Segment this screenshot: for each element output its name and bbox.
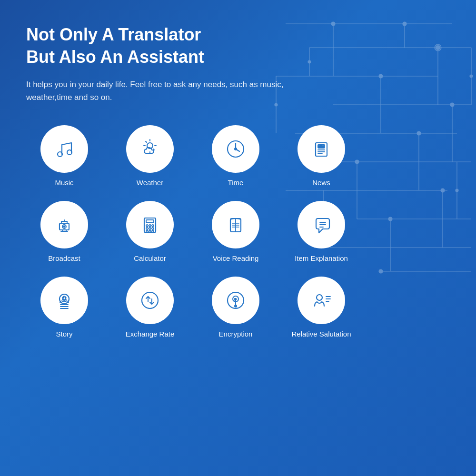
svg-line-48 xyxy=(146,141,147,142)
main-content: Not Only A Translator But Also An Assist… xyxy=(0,0,476,352)
encryption-label: Encryption xyxy=(219,330,253,338)
exchange-rate-icon xyxy=(138,288,162,312)
svg-point-62 xyxy=(64,226,65,227)
item-explanation-icon xyxy=(309,213,333,237)
svg-text:NEW: NEW xyxy=(318,145,324,148)
svg-point-106 xyxy=(235,305,237,307)
exchange-rate-icon-circle[interactable] xyxy=(126,277,174,324)
relative-salutation-icon-circle[interactable] xyxy=(298,277,345,324)
music-icon xyxy=(52,137,76,161)
weather-icon xyxy=(138,137,162,161)
story-icon xyxy=(52,288,76,312)
svg-point-107 xyxy=(317,295,322,300)
music-label: Music xyxy=(55,178,73,187)
svg-point-92 xyxy=(60,294,69,304)
weather-icon-circle[interactable] xyxy=(126,125,174,173)
voice-reading-icon-circle[interactable] xyxy=(212,201,259,248)
calculator-icon-circle[interactable] xyxy=(126,201,174,248)
news-icon-circle[interactable]: NEW xyxy=(298,125,345,173)
item-explanation-icon-circle[interactable] xyxy=(298,201,345,248)
svg-point-74 xyxy=(152,225,154,227)
feature-news: NEW News xyxy=(283,125,359,187)
voice-reading-icon xyxy=(224,213,248,237)
svg-point-99 xyxy=(142,292,158,308)
feature-voice-reading: Voice Reading xyxy=(198,201,274,262)
feature-encryption: ? Encryption xyxy=(198,277,274,338)
headline-line1: Not Only A Translator xyxy=(26,24,450,46)
svg-point-80 xyxy=(152,230,154,232)
broadcast-icon xyxy=(52,213,76,237)
relative-salutation-label: Relative Salutation xyxy=(291,330,351,338)
time-icon xyxy=(224,137,248,161)
feature-item-explanation: Item Explanation xyxy=(283,201,359,262)
item-explanation-label: Item Explanation xyxy=(295,254,348,262)
encryption-icon-circle[interactable]: ? xyxy=(212,277,259,324)
svg-point-78 xyxy=(146,230,148,232)
music-icon-circle[interactable] xyxy=(40,125,88,173)
weather-label: Weather xyxy=(137,178,163,187)
svg-rect-71 xyxy=(146,220,154,223)
svg-point-95 xyxy=(65,297,66,298)
relative-salutation-icon xyxy=(309,288,333,312)
svg-point-53 xyxy=(235,148,237,150)
svg-text:?: ? xyxy=(234,298,237,302)
description: It helps you in your daily life. Feel fr… xyxy=(26,78,321,104)
svg-point-77 xyxy=(152,228,154,229)
news-icon: NEW xyxy=(309,137,333,161)
feature-relative-salutation: Relative Salutation xyxy=(283,277,359,338)
feature-exchange-rate: Exchange Rate xyxy=(112,277,188,338)
svg-point-73 xyxy=(149,225,151,227)
svg-point-76 xyxy=(149,228,151,229)
broadcast-icon-circle[interactable] xyxy=(40,201,88,248)
feature-calculator: Calculator xyxy=(112,201,188,262)
news-label: News xyxy=(312,178,330,187)
svg-point-72 xyxy=(146,225,148,227)
time-icon-circle[interactable] xyxy=(212,125,259,173)
headline: Not Only A Translator But Also An Assist… xyxy=(26,24,450,69)
feature-story: Story xyxy=(26,277,102,338)
voice-reading-label: Voice Reading xyxy=(213,254,259,262)
svg-point-75 xyxy=(146,228,148,229)
feature-music: Music xyxy=(26,125,102,187)
feature-time: Time xyxy=(198,125,274,187)
svg-point-79 xyxy=(149,230,151,232)
time-label: Time xyxy=(228,178,244,187)
feature-broadcast: Broadcast xyxy=(26,201,102,262)
calculator-label: Calculator xyxy=(134,254,166,262)
calculator-icon xyxy=(138,213,162,237)
features-grid: Music Weather xyxy=(26,125,450,338)
feature-weather: Weather xyxy=(112,125,188,187)
svg-point-94 xyxy=(63,297,64,298)
story-icon-circle[interactable] xyxy=(40,277,88,324)
broadcast-label: Broadcast xyxy=(48,254,80,262)
exchange-rate-label: Exchange Rate xyxy=(126,330,175,338)
headline-line2: But Also An Assistant xyxy=(26,46,450,69)
encryption-icon: ? xyxy=(224,288,248,312)
story-label: Story xyxy=(56,330,72,338)
